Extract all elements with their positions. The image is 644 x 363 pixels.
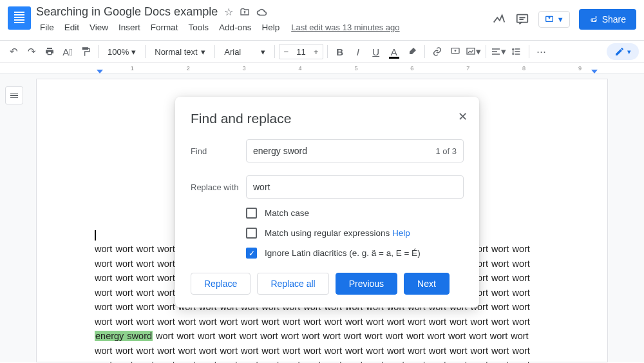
redo-icon[interactable]: ↷	[23, 43, 40, 60]
insert-image-icon[interactable]: ▾	[465, 43, 482, 60]
more-icon[interactable]: ⋯	[533, 43, 550, 60]
align-icon[interactable]: ▾	[490, 43, 507, 60]
replace-all-button[interactable]: Replace all	[257, 273, 328, 295]
next-button[interactable]: Next	[404, 273, 450, 295]
ruler-mark: 1	[131, 65, 134, 72]
decrease-font-icon[interactable]: −	[279, 47, 292, 57]
highlight-color-icon[interactable]	[404, 43, 421, 60]
text-cursor	[95, 230, 96, 240]
italic-icon[interactable]: I	[350, 43, 366, 60]
ruler-mark: 7	[466, 65, 469, 72]
menu-edit[interactable]: Edit	[61, 21, 83, 34]
ruler-mark: 6	[410, 65, 413, 72]
search-highlight: energy sword	[95, 331, 153, 341]
last-edit-link[interactable]: Last edit was 13 minutes ago	[291, 23, 399, 32]
toolbar: ↶ ↷ Aͯ 100% ▾ Normal text ▾ Arial ▾ − 11…	[0, 40, 644, 63]
text-color-icon[interactable]: A	[386, 43, 402, 60]
line-spacing-icon[interactable]	[508, 43, 525, 60]
indent-marker-icon[interactable]	[97, 70, 103, 74]
svg-rect-0	[517, 15, 528, 23]
replace-label: Replace with	[191, 182, 246, 192]
ruler-mark: 4	[298, 65, 301, 72]
style-select[interactable]: Normal text ▾	[149, 43, 211, 60]
font-size-control[interactable]: − 11 +	[279, 44, 323, 59]
ruler-mark: 8	[522, 65, 526, 72]
ignore-diacritics-label: Ignore Latin diacritics (e. g. ä = a, E …	[265, 248, 421, 258]
menu-tools[interactable]: Tools	[185, 21, 213, 34]
move-icon[interactable]	[240, 7, 250, 17]
replace-input[interactable]	[253, 182, 457, 192]
close-icon[interactable]: ✕	[458, 110, 468, 124]
previous-button[interactable]: Previous	[336, 273, 397, 295]
paint-format-icon[interactable]	[77, 43, 94, 60]
underline-icon[interactable]: U	[368, 43, 384, 60]
outline-toggle-icon[interactable]	[5, 86, 23, 104]
cloud-status-icon[interactable]	[256, 8, 268, 17]
find-input[interactable]	[253, 146, 435, 156]
menu-help[interactable]: Help	[258, 21, 283, 34]
find-label: Find	[191, 146, 246, 156]
insert-link-icon[interactable]	[429, 43, 446, 60]
match-regex-checkbox[interactable]	[246, 228, 257, 239]
present-button[interactable]: ▼	[538, 11, 570, 28]
right-margin-icon[interactable]	[591, 70, 598, 74]
menu-file[interactable]: File	[36, 21, 58, 34]
ruler-mark: 5	[354, 65, 357, 72]
dialog-title: Find and replace	[191, 111, 464, 126]
menu-format[interactable]: Format	[147, 21, 182, 34]
app-header: Searching in Google Docs example ☆ File …	[0, 0, 644, 40]
ignore-diacritics-checkbox[interactable]	[246, 248, 257, 259]
match-count: 1 of 3	[435, 146, 457, 156]
activity-icon[interactable]	[492, 12, 506, 26]
insert-comment-icon[interactable]	[447, 43, 464, 60]
regex-help-link[interactable]: Help	[392, 228, 410, 238]
menu-view[interactable]: View	[86, 21, 112, 34]
share-label: Share	[602, 14, 626, 25]
star-icon[interactable]: ☆	[224, 6, 233, 18]
menu-addons[interactable]: Add-ons	[215, 21, 255, 34]
comments-icon[interactable]	[515, 12, 529, 26]
bold-icon[interactable]: B	[332, 43, 348, 60]
editing-mode-button[interactable]: ▾	[607, 43, 639, 60]
ruler-mark: 2	[187, 65, 190, 72]
zoom-select[interactable]: 100% ▾	[102, 43, 141, 60]
match-case-checkbox[interactable]	[246, 208, 257, 219]
print-icon[interactable]	[41, 43, 58, 60]
font-size-value[interactable]: 11	[292, 47, 309, 57]
increase-font-icon[interactable]: +	[310, 47, 323, 57]
match-case-label: Match case	[265, 208, 309, 218]
spellcheck-icon[interactable]: Aͯ	[59, 43, 76, 60]
undo-icon[interactable]: ↶	[5, 43, 22, 60]
docs-logo[interactable]	[8, 6, 31, 30]
ruler-mark: 9	[578, 65, 582, 72]
font-select[interactable]: Arial ▾	[219, 43, 270, 60]
ruler[interactable]: 1 2 3 4 5 6 7 8 9	[0, 63, 644, 74]
svg-rect-4	[467, 48, 475, 54]
match-regex-label: Match using regular expressions Help	[265, 228, 410, 238]
find-replace-dialog: Find and replace ✕ Find 1 of 3 Replace w…	[175, 97, 479, 308]
menu-bar: File Edit View Insert Format Tools Add-o…	[36, 21, 492, 34]
document-title[interactable]: Searching in Google Docs example	[36, 5, 218, 19]
menu-insert[interactable]: Insert	[115, 21, 144, 34]
replace-button[interactable]: Replace	[191, 273, 251, 295]
ruler-mark: 3	[243, 65, 246, 72]
share-button[interactable]: Share	[579, 9, 636, 30]
